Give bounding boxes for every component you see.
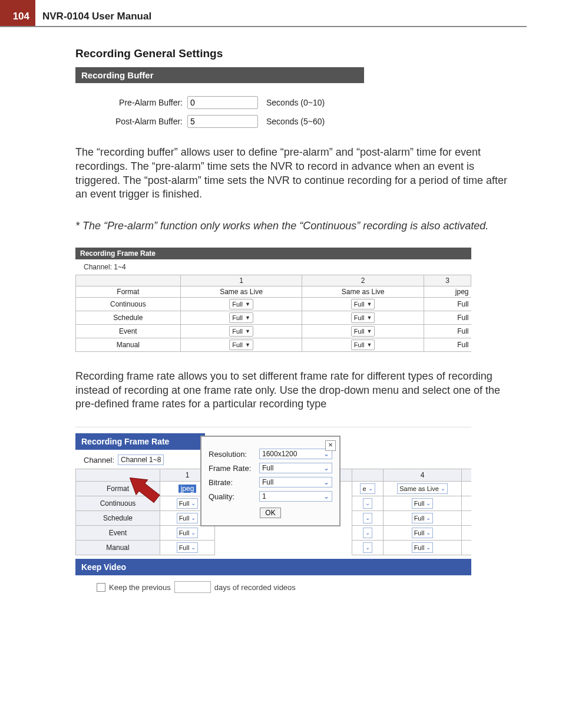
frame-rate-select[interactable]: Full⌄ [177,542,199,553]
frame-rate-select[interactable]: ⌄ [363,542,372,553]
row-header: Continuous [76,297,181,311]
close-icon[interactable]: × [325,440,336,451]
fig3-section-bar: Recording Frame Rate [75,433,205,450]
chevron-down-icon: ▼ [245,340,250,350]
cell: Full⌄ [384,526,462,541]
cell: Full [462,496,472,511]
page-number: 104 [0,0,35,26]
frame-rate-select[interactable]: Full⌄ [177,528,199,538]
frame-rate-select[interactable]: Full▼ [229,340,253,350]
frame-rate-select[interactable]: ⌄ [363,513,372,523]
cell: Full▼ [180,324,302,338]
popup-label: Frame Rate: [209,464,259,473]
row-header: Manual [76,541,160,555]
popup-select[interactable]: Full⌄ [259,477,332,487]
keep-video-text-b: days of recorded videos [214,583,296,592]
cell: Full⌄ [160,541,215,555]
cell: Full⌄ [384,511,462,526]
popup-select[interactable]: 1⌄ [259,491,332,502]
chevron-down-icon: ⌄ [191,513,196,523]
frame-rate-select[interactable]: Full⌄ [412,498,434,509]
popup-select[interactable]: Full⌄ [259,463,332,473]
format-select[interactable]: Same as Live⌄ [397,483,448,494]
paragraph-framerate-desc: Recording frame rate allows you to set d… [75,370,521,411]
chevron-down-icon: ⌄ [323,478,329,486]
frame-rate-select[interactable]: Full▼ [229,299,253,309]
frame-rate-select[interactable]: Full⌄ [177,513,199,523]
frame-rate-select[interactable]: ⌄ [363,528,372,538]
frame-rate-select[interactable]: Full▼ [229,326,253,337]
figure-frame-rate-table: Recording Frame Rate Channel: 1~4 123For… [75,248,471,352]
post-alarm-suffix: Seconds (5~60) [258,117,325,126]
cell: Full [424,311,471,324]
format-select[interactable]: e⌄ [360,483,375,494]
fig1-title: Recording General Settings [75,47,364,60]
chevron-down-icon: ⌄ [323,492,329,500]
popup-label: Resolution: [209,450,259,459]
cell: Full [462,526,472,541]
popup-row: Quality:1⌄ [209,491,332,502]
chevron-down-icon: ⌄ [426,543,431,552]
frame-rate-select[interactable]: ⌄ [363,498,372,509]
frame-rate-select[interactable]: Full▼ [351,340,375,350]
popup-select[interactable]: 1600x1200⌄ [259,449,332,459]
row-header: Format [76,286,181,297]
col-header: 3 [424,275,471,286]
fig3-channel-select[interactable]: Channel 1~8 [118,454,164,465]
chevron-down-icon: ⌄ [323,464,329,472]
popup-label: Bitrate: [209,478,259,487]
cell: ⌄ [352,541,384,555]
col-header: 5 [462,469,472,482]
format-value[interactable]: jpeg [178,485,197,493]
paragraph-prealarm-note: * The “Pre-alarm” function only works wh… [75,219,521,233]
keep-video-days-input[interactable] [174,581,211,593]
post-alarm-row: Post-Alarm Buffer: Seconds (5~60) [75,115,364,128]
chevron-down-icon: ⌄ [368,484,373,493]
ok-button[interactable]: OK [260,508,280,518]
col-header [76,275,181,286]
cell: Full▼ [180,311,302,324]
cell: Same as Live⌄ [384,482,462,496]
cell: e⌄ [352,482,384,496]
frame-rate-select[interactable]: Full▼ [351,299,375,309]
col-header: 4 [384,469,462,482]
chevron-down-icon: ⌄ [365,528,370,538]
col-header [352,469,384,482]
row-header: Manual [76,338,181,351]
chevron-down-icon: ▼ [367,340,372,350]
frame-rate-select[interactable]: Full⌄ [412,528,434,538]
chevron-down-icon: ⌄ [365,543,370,552]
manual-title: NVR-0104 User Manual [35,0,151,26]
cell: Same as Live [302,286,424,297]
fig1-section-bar: Recording Buffer [75,67,364,83]
cell: Full▼ [302,311,424,324]
chevron-down-icon: ⌄ [441,484,445,493]
row-header: Event [76,526,160,541]
figure-frame-rate-popup: Recording Frame Rate Channel: Channel 1~… [75,427,471,604]
chevron-down-icon: ⌄ [323,450,329,458]
frame-rate-select[interactable]: Full⌄ [412,542,434,553]
frame-rate-select[interactable]: Full▼ [351,326,375,337]
cell: Full [424,338,471,351]
chevron-down-icon: ⌄ [191,499,196,508]
frame-rate-select[interactable]: Full⌄ [412,513,434,523]
cell: Full⌄ [384,496,462,511]
fig2-section-bar: Recording Frame Rate [75,248,471,259]
post-alarm-label: Post-Alarm Buffer: [75,117,187,126]
pre-alarm-label: Pre-Alarm Buffer: [75,98,187,107]
frame-rate-select[interactable]: Full▼ [229,312,253,323]
col-header: 1 [180,275,302,286]
pre-alarm-input[interactable] [187,96,258,109]
fig3-channel-label: Channel: [84,456,114,465]
cell: jpeg [424,286,471,297]
row-header: Schedule [76,311,181,324]
cell: Full▼ [302,324,424,338]
format-popup: × Resolution:1600x1200⌄Frame Rate:Full⌄B… [200,436,340,526]
cell: Full [462,511,472,526]
frame-rate-select[interactable]: Full▼ [351,312,375,323]
post-alarm-input[interactable] [187,115,258,128]
popup-row: Bitrate:Full⌄ [209,477,332,487]
keep-video-checkbox[interactable] [97,583,105,592]
popup-row: Frame Rate:Full⌄ [209,463,332,473]
frame-rate-select[interactable]: Full⌄ [177,498,199,509]
